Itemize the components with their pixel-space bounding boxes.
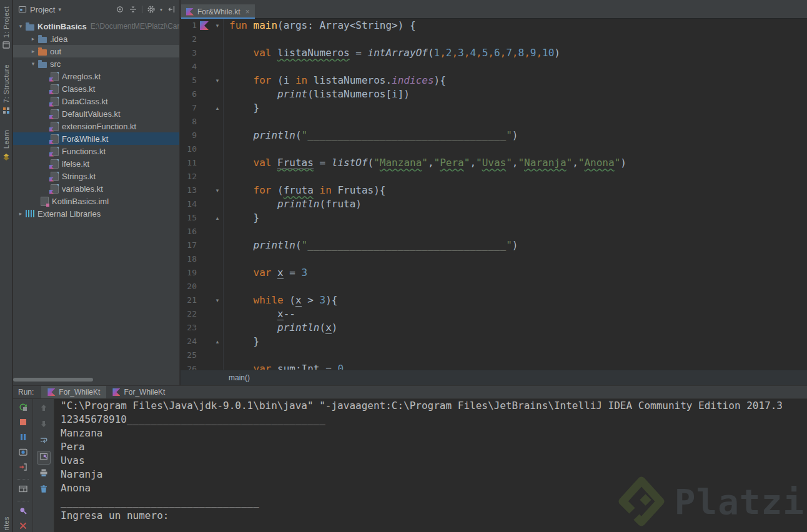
rerun-button[interactable]	[16, 402, 30, 415]
chevron-down-icon[interactable]: ▾	[28, 61, 38, 67]
tree-item-src[interactable]: ▾src	[13, 57, 179, 70]
code-text[interactable]: for (i in listaNumeros.indices){	[224, 74, 446, 87]
code-text[interactable]: println("_______________________________…	[224, 239, 518, 252]
stripe-button-1-project[interactable]: 1: Project	[2, 6, 11, 49]
code-text[interactable]: var x = 3	[224, 266, 307, 280]
line-number[interactable]: 7	[181, 101, 198, 115]
line-number[interactable]: 3	[181, 46, 198, 60]
line-number[interactable]: 17	[181, 239, 198, 252]
fold-down-icon[interactable]: ▾	[210, 19, 224, 32]
console-output[interactable]: "C:\Program Files\Java\jdk-9.0.1\bin\jav…	[54, 399, 807, 532]
chevron-right-icon[interactable]: ▸	[28, 36, 38, 42]
line-number[interactable]: 5	[181, 74, 198, 87]
chevron-down-icon[interactable]: ▾	[16, 23, 26, 29]
run-tab-2[interactable]: For_WhileKt	[106, 386, 171, 398]
code-text[interactable]	[224, 225, 229, 239]
tree-item-functions-kt[interactable]: Functions.kt	[13, 145, 179, 157]
scrollend-button[interactable]	[37, 451, 51, 465]
hide-icon[interactable]	[167, 5, 176, 14]
code-text[interactable]: println("_______________________________…	[224, 129, 518, 142]
line-number[interactable]: 10	[181, 142, 198, 156]
tree-item-variables-kt[interactable]: variables.kt	[13, 182, 179, 195]
code-text[interactable]: fun main(args: Array<String>) {	[224, 19, 416, 32]
pin-button[interactable]	[16, 506, 30, 518]
code-text[interactable]	[224, 170, 229, 184]
code-text[interactable]	[224, 280, 229, 293]
code-text[interactable]	[224, 252, 229, 266]
code-text[interactable]: }	[224, 335, 259, 348]
code-text[interactable]: print(listaNumeros[i])	[224, 87, 410, 101]
code-text[interactable]: val Frutas = listOf("Manzana","Pera","Uv…	[224, 156, 626, 170]
settings-icon[interactable]	[147, 5, 156, 14]
line-number[interactable]: 2	[181, 32, 198, 46]
tree-item-clases-kt[interactable]: Clases.kt	[13, 82, 179, 95]
line-number[interactable]: 21	[181, 293, 198, 307]
line-number[interactable]: 4	[181, 60, 198, 74]
stop-button[interactable]	[16, 417, 30, 430]
code-text[interactable]	[224, 142, 229, 156]
line-number[interactable]: 11	[181, 156, 198, 170]
code-text[interactable]: while (x > 3){	[224, 293, 337, 307]
chevron-right-icon[interactable]: ▸	[16, 210, 26, 217]
stripe-favorites-button[interactable]: rites	[2, 516, 10, 531]
code-text[interactable]: println(fruta)	[224, 197, 362, 211]
collapse-icon[interactable]	[129, 5, 137, 14]
code-text[interactable]: }	[224, 211, 259, 225]
line-number[interactable]: 1	[181, 19, 198, 32]
trash-button[interactable]	[37, 483, 51, 497]
locate-icon[interactable]	[116, 5, 124, 14]
tree-item-kotlinbasics-iml[interactable]: KotlinBasics.iml	[13, 195, 179, 207]
line-number[interactable]: 19	[181, 266, 198, 280]
frames-button[interactable]	[16, 447, 30, 460]
exit-button[interactable]	[16, 462, 30, 475]
run-tab-1[interactable]: For_WhileKt	[41, 386, 106, 398]
tree-item-arreglos-kt[interactable]: Arreglos.kt	[13, 70, 179, 82]
code-text[interactable]: val listaNumeros = intArrayOf(1,2,3,4,5,…	[224, 46, 560, 60]
stripe-button-7-structure[interactable]: 7: Structure	[2, 64, 11, 115]
fold-down-icon[interactable]: ▾	[210, 74, 224, 87]
code-text[interactable]: println(x)	[224, 321, 337, 335]
code-text[interactable]: for (fruta in Frutas){	[224, 184, 385, 197]
layout-button[interactable]	[16, 484, 30, 496]
fold-end-icon[interactable]: ▴	[210, 101, 224, 115]
line-number[interactable]: 15	[181, 211, 198, 225]
tree-item-for-while-kt[interactable]: For&While.kt	[13, 132, 179, 145]
code-text[interactable]: var sum:Int = 0	[224, 362, 344, 370]
line-number[interactable]: 23	[181, 321, 198, 335]
chevron-right-icon[interactable]: ▸	[28, 48, 38, 54]
line-number[interactable]: 16	[181, 225, 198, 239]
tree-item-defaultvalues-kt[interactable]: DefaultValues.kt	[13, 107, 179, 120]
editor-tab-for-while[interactable]: For&While.kt ×	[181, 4, 255, 19]
printer-button[interactable]	[37, 467, 51, 481]
tree-item-strings-kt[interactable]: Strings.kt	[13, 170, 179, 182]
tree-item-idea[interactable]: ▸.idea	[13, 32, 179, 45]
fold-end-icon[interactable]: ▴	[210, 211, 224, 225]
line-number[interactable]: 24	[181, 335, 198, 348]
down-button[interactable]	[37, 418, 51, 432]
code-text[interactable]	[224, 32, 229, 46]
chevron-down-icon[interactable]: ▾	[58, 6, 61, 12]
up-button[interactable]	[37, 402, 51, 416]
line-number[interactable]: 18	[181, 252, 198, 266]
tree-item-kotlinbasics[interactable]: ▾KotlinBasicsE:\DocumentME\Platzi\Carre	[13, 20, 179, 32]
stripe-button-learn[interactable]: Learn	[2, 130, 11, 160]
line-number[interactable]: 26	[181, 362, 198, 370]
code-editor[interactable]: 1▾fun main(args: Array<String>) {23 val …	[181, 19, 807, 370]
line-number[interactable]: 12	[181, 170, 198, 184]
tree-item-external-libraries[interactable]: ▸External Libraries	[13, 207, 179, 220]
pause-button[interactable]	[16, 432, 30, 445]
tree-item-dataclass-kt[interactable]: DataClass.kt	[13, 95, 179, 107]
close-button[interactable]	[16, 521, 30, 532]
kotlin-run-icon[interactable]	[200, 21, 209, 30]
code-text[interactable]: x--	[224, 307, 295, 321]
tree-item-out[interactable]: ▸out	[13, 45, 179, 57]
code-text[interactable]	[224, 60, 229, 74]
tree-item-extensionfunction-kt[interactable]: extensionFunction.kt	[13, 120, 179, 132]
tree-item-ifelse-kt[interactable]: ifelse.kt	[13, 157, 179, 170]
fold-end-icon[interactable]: ▴	[210, 335, 224, 348]
line-number[interactable]: 22	[181, 307, 198, 321]
project-panel-title[interactable]: Project	[30, 5, 55, 14]
line-number[interactable]: 25	[181, 348, 198, 362]
fold-down-icon[interactable]: ▾	[210, 184, 224, 197]
line-number[interactable]: 6	[181, 87, 198, 101]
